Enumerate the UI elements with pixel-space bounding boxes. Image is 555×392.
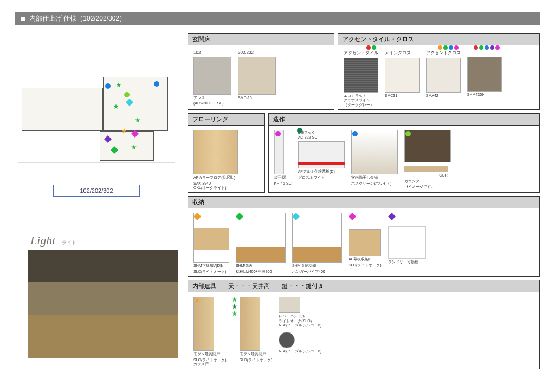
swatch-flooring: APカラーフロア(乱尺貼) SAK-3940 OKL(オークライト) [193, 130, 238, 190]
panel-genkan: 玄関床 102 アレス (ALS-300/3++SH) 202/302 SMD-… [188, 33, 334, 110]
swatch-shuno-3: SHM収納枕棚 ハンガーパイプ400 [292, 213, 342, 274]
swatch-zousaku-2: 3連フック AC-822-SC APアルミ化粧幕板(D) グロスホワイト [298, 130, 345, 180]
right-column: 玄関床 102 アレス (ALS-300/3++SH) 202/302 SMD-… [188, 33, 540, 369]
panel-shuno: 収納 SHM下駄箱V(DⅡ) SLO(ライトオーク) SHM収納 枕棚L型400… [188, 196, 540, 277]
panel-title: 収納 [188, 197, 539, 208]
title-bar: 内部仕上げ 仕様（102/202/302） [15, 12, 540, 25]
panel-title: 玄関床 [188, 34, 334, 45]
panel-zousaku: 造作 縦手摺 KH-46-SC 3連フック AC-822-SC [268, 113, 540, 193]
swatch-tategu-3: レバーハンドル ライトオーク(SLO) NS8(ノーブルシルバーB) NS8(ノ… [279, 297, 321, 354]
swatch-accent-3: アクセントクロス SMA42 [426, 50, 461, 98]
panel-tategu: 内部建具 天・・・天井高 鍵・・・鍵付き モダン建具開戸 SLO(ライトオーク)… [188, 280, 540, 369]
square-icon [21, 17, 25, 21]
interior-photo [28, 250, 178, 358]
panel-flooring: フローリング APカラーフロア(乱尺貼) SAK-3940 OKL(オークライト… [188, 113, 265, 193]
swatch-tategu-1: モダン建具開戸 SLO(ライトオーク) ガラス戸 [193, 297, 227, 367]
swatch-zousaku-1: 縦手摺 KH-46-SC [274, 130, 292, 186]
swatch-accent-1: アクセントタイル エコカラット グラナスライン （ダークグレー） [344, 50, 378, 107]
panel-title: 造作 [269, 114, 539, 126]
swatch-shuno-2: SHM収納 枕棚L型400+中段800 [236, 213, 286, 274]
room-selector: 102/202/302 [53, 185, 140, 197]
spec-sheet: 内部仕上げ 仕様（102/202/302） [0, 0, 555, 392]
swatch-tategu-2: モダン建具開戸 SLO(ライトオーク) [233, 297, 273, 362]
left-column: 102/202/302 Light ライト [15, 33, 178, 369]
swatch-genkan-2: 202/302 SMD-16 [238, 50, 276, 100]
panel-accent: アクセントタイル・クロス アクセントタイル エコカラット グラナスライン （ダー… [338, 33, 540, 110]
swatch-genkan-1: 102 アレス (ALS-300/3++SH) [193, 50, 231, 106]
swatch-shuno-5: ランドリー可動棚 [388, 213, 426, 264]
swatch-zousaku-3: 室内物干し金物 ホスクリーン(ホワイト) [351, 130, 398, 186]
light-theme-label: Light ライト [30, 233, 178, 247]
swatch-accent-2: メインクロス SMC31 [385, 50, 420, 98]
floor-plan-image [18, 66, 175, 163]
swatch-zousaku-4: CGR カウンター ※イメージです。 [404, 130, 451, 189]
swatch-shuno-4: AP幕板収納Ⅱ SLO(ライトオーク) [349, 213, 382, 267]
panel-title: 内部建具 天・・・天井高 鍵・・・鍵付き [188, 280, 539, 292]
panel-title: アクセントタイル・クロス [338, 34, 539, 45]
panel-title: フローリング [188, 114, 264, 126]
swatch-accent-4: SHM4309 [467, 50, 502, 97]
swatch-shuno-1: SHM下駄箱V(DⅡ) SLO(ライトオーク) [193, 213, 229, 274]
page-title: 内部仕上げ 仕様（102/202/302） [29, 14, 126, 23]
